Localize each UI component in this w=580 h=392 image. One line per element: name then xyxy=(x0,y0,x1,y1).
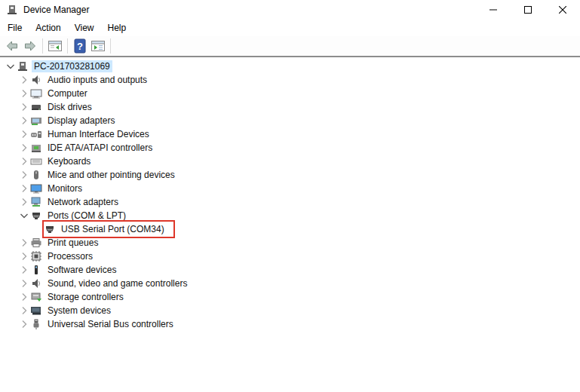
hid-icon xyxy=(30,128,42,140)
tree-item-storage-controllers[interactable]: Storage controllers xyxy=(0,290,580,304)
toolbar-properties-button[interactable] xyxy=(89,37,107,55)
speaker-icon xyxy=(30,74,42,86)
tree-item-keyboards[interactable]: Keyboards xyxy=(0,155,580,168)
speaker-icon xyxy=(30,277,42,289)
chevron-down-icon[interactable] xyxy=(5,60,17,72)
printer-icon xyxy=(30,237,42,249)
chevron-right-icon[interactable] xyxy=(18,142,30,154)
tree-item-pc-201703281069[interactable]: PC-201703281069 xyxy=(0,60,580,73)
tree-item-label[interactable]: Network adapters xyxy=(45,196,121,208)
software-icon xyxy=(30,264,42,276)
tree-item-label[interactable]: Disk drives xyxy=(45,101,94,113)
serial-port-icon xyxy=(44,223,56,235)
toolbar-back-button[interactable] xyxy=(3,37,21,55)
maximize-button[interactable] xyxy=(511,0,545,20)
toolbar-forward-button[interactable] xyxy=(21,37,39,55)
maximize-icon xyxy=(524,6,532,14)
tree-item-system-devices[interactable]: System devices xyxy=(0,304,580,317)
device-manager-app-icon xyxy=(6,4,18,16)
tree-item-label[interactable]: Processors xyxy=(45,250,95,262)
device-manager-window: Device Manager File Action View Help PC-… xyxy=(0,0,580,392)
toolbar-console-tree-button[interactable] xyxy=(46,37,64,55)
chevron-right-icon[interactable] xyxy=(18,305,30,317)
tree-item-print-queues[interactable]: Print queues xyxy=(0,236,580,250)
tree-item-ports-com-lpt[interactable]: Ports (COM & LPT) xyxy=(0,209,580,222)
tree-item-label[interactable]: Monitors xyxy=(45,182,84,194)
tree-item-sound-video-and-game-controllers[interactable]: Sound, video and game controllers xyxy=(0,277,580,290)
help-icon xyxy=(72,38,87,54)
tree-item-universal-serial-bus-controllers[interactable]: Universal Serial Bus controllers xyxy=(0,317,580,331)
toolbar-scan-hardware-button[interactable] xyxy=(114,37,132,55)
tree-item-label[interactable]: Human Interface Devices xyxy=(45,128,152,140)
close-button[interactable] xyxy=(545,0,580,20)
toolbar-separator xyxy=(42,38,43,54)
tree-item-label[interactable]: Print queues xyxy=(45,237,100,249)
chevron-right-icon[interactable] xyxy=(18,237,30,249)
disk-icon xyxy=(30,101,42,113)
tree-item-disk-drives[interactable]: Disk drives xyxy=(0,100,580,114)
chevron-down-icon[interactable] xyxy=(18,210,30,222)
tree-item-mice-and-other-pointing-devices[interactable]: Mice and other pointing devices xyxy=(0,168,580,182)
tree-item-label[interactable]: Software devices xyxy=(45,264,118,276)
device-tree: PC-201703281069 Audio inputs and outputs… xyxy=(0,57,580,331)
chevron-right-icon[interactable] xyxy=(18,196,30,208)
chevron-right-icon[interactable] xyxy=(18,318,30,330)
system-icon xyxy=(30,305,42,317)
chevron-right-icon[interactable] xyxy=(18,87,30,100)
chevron-right-icon[interactable] xyxy=(18,182,30,194)
chevron-right-icon[interactable] xyxy=(18,250,30,262)
tree-item-label[interactable]: Audio inputs and outputs xyxy=(45,74,149,86)
menu-file[interactable]: File xyxy=(1,20,29,35)
tree-item-label[interactable]: Computer xyxy=(45,87,90,100)
processor-icon xyxy=(30,250,42,262)
chevron-right-icon[interactable] xyxy=(18,277,30,289)
monitor-icon xyxy=(30,182,42,194)
chevron-right-icon[interactable] xyxy=(18,155,30,167)
window-controls xyxy=(476,0,580,20)
tree-item-label[interactable]: Sound, video and game controllers xyxy=(45,277,189,289)
tree-item-label[interactable]: IDE ATA/ATAPI controllers xyxy=(45,142,155,154)
tree-item-label[interactable]: Ports (COM & LPT) xyxy=(45,210,128,222)
tree-item-label[interactable]: Storage controllers xyxy=(45,291,126,303)
tree-item-computer[interactable]: Computer xyxy=(0,87,580,100)
tree-item-label[interactable]: PC-201703281069 xyxy=(32,60,112,72)
chevron-icon xyxy=(32,223,44,235)
tree-item-monitors[interactable]: Monitors xyxy=(0,182,580,195)
tree-item-usb-serial-port-com34[interactable]: USB Serial Port (COM34) xyxy=(0,222,580,236)
scan-hardware-icon xyxy=(115,38,130,54)
forward-icon xyxy=(23,38,38,54)
tree-item-label[interactable]: Mice and other pointing devices xyxy=(45,169,177,181)
menu-bar: File Action View Help xyxy=(0,20,580,36)
window-title: Device Manager xyxy=(23,5,476,15)
toolbar-separator xyxy=(110,38,111,54)
tree-item-label[interactable]: System devices xyxy=(45,305,113,317)
mouse-icon xyxy=(30,169,42,181)
ide-icon xyxy=(30,142,42,154)
chevron-right-icon[interactable] xyxy=(18,115,30,127)
tree-item-label[interactable]: USB Serial Port (COM34) xyxy=(59,223,167,235)
tree-item-ide-ata-atapi-controllers[interactable]: IDE ATA/ATAPI controllers xyxy=(0,141,580,155)
chevron-right-icon[interactable] xyxy=(18,74,30,86)
chevron-right-icon[interactable] xyxy=(18,291,30,303)
chevron-right-icon[interactable] xyxy=(18,101,30,113)
close-icon xyxy=(559,6,566,14)
toolbar xyxy=(0,36,580,57)
chevron-right-icon[interactable] xyxy=(18,169,30,181)
tree-item-software-devices[interactable]: Software devices xyxy=(0,263,580,277)
tree-item-audio-inputs-and-outputs[interactable]: Audio inputs and outputs xyxy=(0,73,580,87)
tree-item-label[interactable]: Keyboards xyxy=(45,155,93,167)
menu-action[interactable]: Action xyxy=(29,20,67,35)
tree-item-label[interactable]: Display adapters xyxy=(45,115,117,127)
tree-item-human-interface-devices[interactable]: Human Interface Devices xyxy=(0,127,580,141)
toolbar-help-button[interactable] xyxy=(71,37,89,55)
computer-icon xyxy=(30,87,42,100)
tree-item-network-adapters[interactable]: Network adapters xyxy=(0,195,580,209)
menu-help[interactable]: Help xyxy=(101,20,133,35)
tree-item-label[interactable]: Universal Serial Bus controllers xyxy=(45,318,176,330)
chevron-right-icon[interactable] xyxy=(18,264,30,276)
tree-item-processors[interactable]: Processors xyxy=(0,250,580,263)
tree-item-display-adapters[interactable]: Display adapters xyxy=(0,114,580,127)
minimize-button[interactable] xyxy=(476,0,511,20)
menu-view[interactable]: View xyxy=(68,20,101,35)
chevron-right-icon[interactable] xyxy=(18,128,30,140)
